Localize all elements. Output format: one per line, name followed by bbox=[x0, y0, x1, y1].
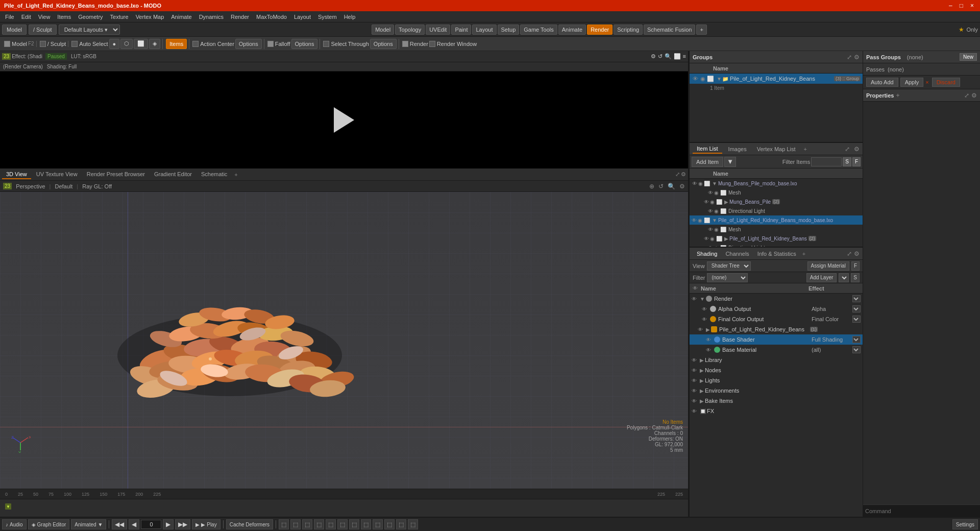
render-mung[interactable]: ⬜ bbox=[704, 181, 710, 186]
model-toggle[interactable]: Model bbox=[4, 41, 27, 47]
menu-texture[interactable]: Texture bbox=[107, 13, 132, 21]
tab-render-preset[interactable]: Render Preset Browser bbox=[83, 170, 149, 179]
sh-row-render[interactable]: 👁 ▼ Render ▼ bbox=[690, 294, 863, 304]
render-effect-dropdown[interactable]: ▼ bbox=[852, 295, 861, 302]
arrow-library[interactable]: ▶ bbox=[700, 357, 704, 363]
tab-uv-texture[interactable]: UV Texture View bbox=[32, 170, 82, 179]
layout-tab-schematic[interactable]: Schematic Fusion bbox=[644, 25, 695, 35]
properties-expand-icon[interactable]: ⤢ bbox=[964, 92, 969, 99]
arrow-pile-grp[interactable]: ▶ bbox=[724, 236, 728, 242]
prev-btn[interactable]: ◀ bbox=[129, 519, 139, 529]
menu-system[interactable]: System bbox=[315, 13, 340, 21]
items-btn[interactable]: Items bbox=[166, 39, 187, 49]
poly-btn[interactable]: ⬜ bbox=[134, 39, 148, 49]
layout-dropdown[interactable]: Default Layouts ▾ bbox=[59, 25, 120, 35]
item-row-pile-group[interactable]: 👁 ◉ ⬜ ▶ Pile_of_Light_Red_Kidney_Beans (… bbox=[690, 234, 863, 243]
transport-icon-10[interactable]: ⬚ bbox=[384, 519, 395, 529]
sh-row-base-material[interactable]: 👁 Base Material (all) ▼ bbox=[690, 345, 863, 355]
viewport-settings-icon[interactable]: ⚙ bbox=[681, 171, 686, 178]
filter-s-btn[interactable]: S bbox=[843, 157, 851, 166]
menu-maxtomodo[interactable]: MaxToModo bbox=[253, 13, 290, 21]
shading-s-btn[interactable]: S bbox=[851, 273, 860, 282]
eye-icon-3[interactable]: ⬜ bbox=[707, 76, 714, 82]
shading-mode-label[interactable]: Default bbox=[55, 183, 72, 189]
tab-item-list[interactable]: Item List bbox=[693, 144, 722, 154]
transport-icon-11[interactable]: ⬚ bbox=[396, 519, 406, 529]
lock-pile[interactable]: ◉ bbox=[698, 218, 703, 223]
render-icon-4[interactable]: ⬜ bbox=[674, 53, 681, 60]
play-btn[interactable]: ▶ ▶ Play bbox=[192, 519, 220, 529]
eye-bake-items[interactable]: 👁 bbox=[692, 398, 700, 404]
groups-settings-icon[interactable]: ⚙ bbox=[854, 54, 860, 61]
menu-dynamics[interactable]: Dynamics bbox=[196, 13, 227, 21]
tab-gradient-editor[interactable]: Gradient Editor bbox=[150, 170, 196, 179]
arrow-mung-grp[interactable]: ▶ bbox=[724, 199, 728, 205]
alpha-effect-dropdown[interactable]: ▼ bbox=[852, 305, 861, 312]
item-row-mung-light[interactable]: 👁 ◉ ⬜ Directional Light bbox=[690, 206, 863, 215]
layout-tab-animate[interactable]: Animate bbox=[558, 25, 586, 35]
item-row-mung-mesh[interactable]: 👁 ◉ ⬜ Mesh bbox=[690, 188, 863, 197]
arrow-mung[interactable]: ▼ bbox=[712, 181, 718, 186]
eye-environments[interactable]: 👁 bbox=[692, 388, 700, 394]
layout-tab-setup[interactable]: Setup bbox=[498, 25, 520, 35]
render-icon-1[interactable]: ⚙ bbox=[651, 53, 656, 60]
tree-arrow[interactable]: ▼ bbox=[716, 76, 722, 82]
render-mung-grp[interactable]: ⬜ bbox=[716, 199, 722, 205]
layout-tab-layout[interactable]: Layout bbox=[472, 25, 496, 35]
render-canvas[interactable] bbox=[0, 71, 688, 168]
item-row-pile-file[interactable]: 👁 ◉ ⬜ ▼ Pile_of_Light_Red_Kidney_Beans_m… bbox=[690, 215, 863, 225]
shading-f-btn[interactable]: F bbox=[851, 261, 860, 271]
eye-fx[interactable]: 👁 bbox=[692, 408, 700, 414]
layout-tab-uvedit[interactable]: UVEdit bbox=[426, 25, 450, 35]
arrow-lights[interactable]: ▶ bbox=[700, 378, 704, 383]
menu-view[interactable]: View bbox=[35, 13, 54, 21]
tab-schematic[interactable]: Schematic bbox=[197, 170, 231, 179]
eye-icon-1[interactable]: 👁 bbox=[692, 76, 699, 82]
action-center-toggle[interactable]: Action Center bbox=[192, 41, 234, 47]
tab-vertex-map[interactable]: Vertex Map List bbox=[753, 145, 800, 153]
menu-vertex-map[interactable]: Vertex Map bbox=[133, 13, 167, 21]
auto-select-toggle[interactable]: Auto Select bbox=[71, 41, 108, 47]
layout-tab-topology[interactable]: Topology bbox=[395, 25, 425, 35]
eye-lights[interactable]: 👁 bbox=[692, 378, 700, 383]
audio-btn[interactable]: ♪ Audio bbox=[2, 519, 27, 529]
transport-icon-4[interactable]: ⬚ bbox=[314, 519, 324, 529]
vp-icon-4[interactable]: ⚙ bbox=[679, 183, 685, 190]
properties-add-icon[interactable]: + bbox=[896, 92, 899, 99]
add-layer-btn[interactable]: Add Layer bbox=[806, 273, 837, 282]
next-btn[interactable]: ▶ bbox=[163, 519, 174, 529]
transport-icon-7[interactable]: ⬚ bbox=[349, 519, 359, 529]
tab-shading[interactable]: Shading bbox=[693, 250, 721, 258]
lock-pile-light[interactable]: ◉ bbox=[714, 245, 720, 247]
menu-items[interactable]: Items bbox=[54, 13, 74, 21]
viewport-expand-icon[interactable]: ⤢ bbox=[675, 171, 680, 178]
eye-mung-mesh[interactable]: 👁 bbox=[708, 190, 714, 196]
eye-library[interactable]: 👁 bbox=[692, 357, 700, 363]
item-row-mung-group[interactable]: 👁 ◉ ⬜ ▶ Mung_Beans_Pile (2) bbox=[690, 197, 863, 206]
render-icon-5[interactable]: ≡ bbox=[683, 53, 686, 60]
render-toggle[interactable]: Render bbox=[402, 41, 428, 47]
sh-row-nodes[interactable]: 👁 ▶ Nodes bbox=[690, 365, 863, 375]
base-shader-dropdown[interactable]: ▼ bbox=[852, 336, 861, 343]
animated-btn[interactable]: Animated ▼ bbox=[71, 519, 106, 529]
select-through-toggle[interactable]: Select Through bbox=[323, 41, 369, 47]
view-type-label[interactable]: Perspective bbox=[16, 183, 45, 189]
menu-geometry[interactable]: Geometry bbox=[75, 13, 106, 21]
play-triangle[interactable] bbox=[334, 107, 354, 133]
mode-sculpt-btn[interactable]: / Sculpt bbox=[29, 25, 57, 35]
sh-row-fx[interactable]: 👁 🔲 FX bbox=[690, 406, 863, 416]
viewport-canvas[interactable]: No Items Polygons : Catmull-Clark Channe… bbox=[0, 192, 688, 489]
close-btn[interactable]: × bbox=[968, 2, 976, 9]
view-dropdown[interactable]: Shader Tree bbox=[707, 261, 751, 271]
transport-icon-2[interactable]: ⬚ bbox=[290, 519, 301, 529]
item-row-pile-mesh[interactable]: 👁 ◉ ⬜ Mesh bbox=[690, 225, 863, 234]
lock-mung[interactable]: ◉ bbox=[698, 181, 703, 186]
transport-icon-6[interactable]: ⬚ bbox=[337, 519, 348, 529]
transport-icon-1[interactable]: ⬚ bbox=[279, 519, 289, 529]
eye-base-material[interactable]: 👁 bbox=[706, 347, 714, 353]
add-item-btn[interactable]: Add Item bbox=[692, 157, 723, 167]
transport-icon-12[interactable]: ⬚ bbox=[408, 519, 418, 529]
sh-row-base-shader[interactable]: 👁 Base Shader Full Shading ▼ bbox=[690, 334, 863, 345]
transport-icon-3[interactable]: ⬚ bbox=[302, 519, 312, 529]
prev-frame-btn[interactable]: ◀◀ bbox=[112, 519, 127, 529]
